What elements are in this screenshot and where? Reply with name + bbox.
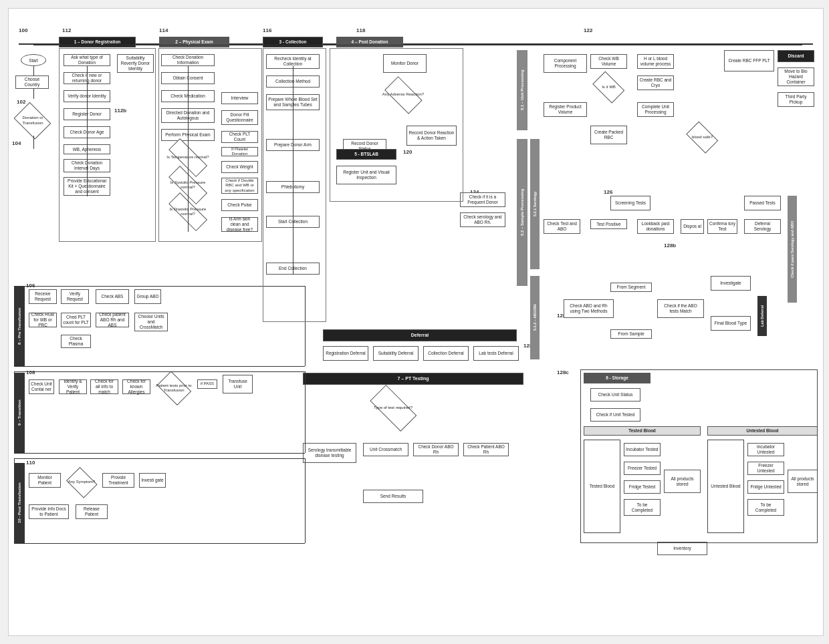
passed-tests-box: Passed Tests — [744, 196, 781, 210]
sec4-border — [330, 48, 463, 202]
register-product-volume-box: Register Product Volume — [544, 102, 587, 117]
post-trans-bot-line — [14, 543, 305, 544]
choose-units-crossmatch-box: Choose Units and CrossMatch — [134, 313, 168, 331]
create-rbc-ffp-plt-box: Create RBC FFP PLT — [724, 50, 774, 71]
sec7-header: 7 – PT Testing — [303, 373, 523, 385]
check-wb-volume-box: Check WB Volume — [590, 54, 627, 69]
check-abo-rh-two-methods-box: Check ABO and Rh using Two Methods — [564, 299, 614, 318]
num-108: 108 — [26, 369, 35, 375]
choose-country-box: Choose Country — [15, 75, 49, 89]
registration-deferral-box: Registration Deferral — [323, 346, 368, 361]
line-choose-to-donation — [33, 89, 34, 99]
sec52-label: 5.2 – Sample Processing — [517, 139, 527, 286]
verify-request-box: Verify Request — [61, 289, 89, 304]
lookback-donations-box: Lookback past donations — [637, 219, 674, 234]
num-118: 118 — [356, 27, 365, 33]
receive-request-box: Receive Request — [29, 289, 57, 304]
sec3-header: 3 - Collection — [263, 37, 323, 47]
sec521-label: 5.2.1 Serology — [530, 139, 540, 269]
suitability-deferral-box: Suitability Deferral — [373, 346, 419, 361]
check-test-abo-box: Check Test and ABO — [544, 219, 580, 234]
num-116: 116 — [263, 27, 271, 33]
investigate-post-box: Investi gate — [139, 473, 166, 488]
check-known-allergies-box: Check for known Allergies — [122, 379, 150, 394]
check-all-info-box: Check for all info to match — [90, 379, 118, 394]
any-symptom-diamond: Any Symptom? — [65, 470, 98, 495]
release-patient-box: Release Patient — [76, 504, 108, 519]
pre-trans-top-line — [14, 286, 305, 287]
sec10-label: 10 - Post Transfusion — [14, 463, 25, 543]
check-hgb-box: Check HGB for WB or PRC — [29, 313, 57, 327]
check-abs-box: Check ABS — [96, 289, 129, 304]
third-party-pickup-box: Third Party Pickup — [778, 92, 814, 107]
check-abo-tests-match-box: Check if the ABO tests Match — [657, 299, 704, 318]
group-abo-box: Group ABO — [134, 289, 161, 304]
disposal-box: Dispos al — [681, 219, 704, 234]
pre-trans-bot-line — [14, 366, 305, 367]
investigate-box: Investigate — [711, 276, 751, 291]
sec1-header: 1 – Donor Registration — [59, 37, 136, 47]
provide-info-docs-box: Provide Info Docs to Patient — [29, 504, 69, 519]
num-112: 112 — [62, 27, 71, 33]
num-128b: 128b — [664, 243, 676, 249]
top-connector — [33, 45, 802, 45]
component-processing-box: Component Processing — [544, 54, 587, 73]
line-donation-down — [33, 136, 34, 149]
provide-treatment-box: Provide Treatment — [102, 473, 134, 488]
sec522-label: 5.2.2 – ABO/RH — [530, 276, 540, 359]
sec4-header: 4 – Post Donation — [336, 37, 403, 47]
create-packed-rbc-box: Create Packed RBC — [590, 126, 627, 144]
num-100: 100 — [19, 27, 27, 33]
final-blood-type-box: Final Blood Type — [711, 316, 751, 331]
donation-transfusion-diamond: Donation or Transfusion — [12, 106, 53, 136]
deferral-header: Deferral — [323, 329, 517, 341]
num-122: 122 — [584, 27, 592, 33]
pre-trans-left-line — [14, 286, 15, 366]
sec3-border — [263, 48, 326, 322]
num-102: 102 — [17, 99, 25, 105]
lab-deferral-label: Lab Deferral — [757, 296, 767, 336]
send-results-box: Send Results — [363, 490, 423, 503]
check-patient-abo-rh-box: Check patient ABO Rh and ABS — [96, 313, 129, 327]
collection-deferral-box: Collection Deferral — [423, 346, 469, 361]
patient-tests-prior-diamond: Patient tests prior to Transfusion — [154, 375, 193, 401]
check-if-pass-label: Check if pass Serology and ABO — [788, 196, 797, 303]
screening-tests-box: Screening Tests — [610, 196, 650, 210]
deferral-serology-box: Deferral Serology — [744, 219, 781, 234]
num-110: 110 — [26, 460, 35, 466]
type-of-test-diamond: Type of test required? — [363, 393, 423, 423]
line-start-to-choose — [33, 66, 34, 75]
inventory-box: Inventory — [657, 542, 707, 555]
check-unit-container-box: Check Unit Contai ner — [29, 379, 54, 394]
confirmatory-test-box: Confirma tory Test — [707, 219, 737, 234]
trans-left-line — [14, 371, 15, 453]
unit-crossmatch-box: Unit Crossmatch — [363, 443, 408, 456]
discard-box: Discard — [778, 50, 814, 62]
sec9-label: 9 – Transition — [14, 373, 25, 453]
from-sample-box: From Sample — [610, 329, 652, 339]
check-donor-abo-box: Check Donor ABO Rh — [413, 443, 459, 456]
start-oval: Start — [21, 54, 46, 66]
h-or-l-blood-box: H or L blood volume process — [637, 54, 674, 69]
trans-top-line — [14, 371, 305, 372]
sec8-label: 8 – Pre Transfusion — [14, 286, 25, 366]
monitor-patient-box: Monitor Patient — [29, 473, 61, 488]
move-to-biohazard-box: Move to Bio Hazard Container — [778, 67, 814, 86]
num-104: 104 — [12, 140, 21, 146]
check-patient-abo-box: Check Patient ABO Rh — [463, 443, 509, 456]
post-trans-right-line — [305, 458, 306, 543]
check-plasma-box: Check Plasma — [61, 335, 91, 348]
num-126: 126 — [604, 189, 612, 195]
blood-safe-diamond: blood safe? — [684, 126, 721, 149]
post-trans-top-line — [14, 458, 305, 459]
transfuse-unit-box: Transfuse Unit — [223, 375, 253, 393]
trans-right-line — [305, 371, 306, 453]
diagram-container: 1 – Donor Registration 2 – Physical Exam… — [8, 8, 824, 636]
num-114: 114 — [159, 27, 168, 33]
sec2-header: 2 – Physical Exam — [159, 37, 229, 47]
is-it-wb-diamond: Is it WB — [590, 75, 627, 99]
sec51-label: 5.1 – Unit Processing — [517, 50, 527, 130]
check-plt-count-pre-box: Ched PLT count for PLT — [61, 313, 91, 327]
serology-transmittable-box: Serology transmittable disease testing — [303, 443, 356, 463]
lab-tests-deferral-box: Lab tests Deferral — [473, 346, 519, 361]
